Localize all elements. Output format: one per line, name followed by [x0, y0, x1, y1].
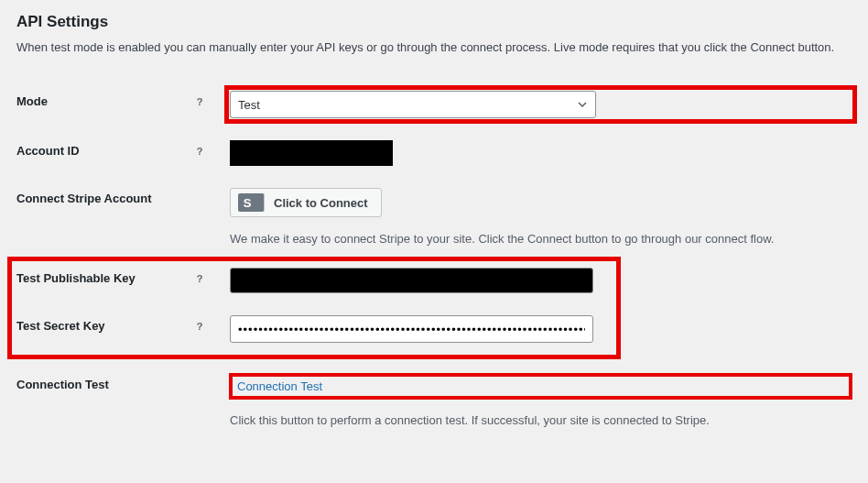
help-icon[interactable]: ? [193, 320, 206, 333]
connect-stripe-button-label: Click to Connect [274, 196, 368, 210]
connection-test-description: Click this button to perform a connectio… [230, 413, 852, 427]
account-id-row: Account ID ? [16, 129, 852, 177]
account-id-value-redacted [230, 140, 393, 166]
test-secret-key-label: Test Secret Key [16, 319, 193, 333]
help-icon[interactable]: ? [193, 95, 206, 108]
test-secret-key-row: Test Secret Key ? [16, 304, 852, 354]
page-heading: API Settings [16, 13, 852, 31]
account-id-label: Account ID [16, 144, 193, 158]
page-description: When test mode is enabled you can manual… [16, 40, 852, 54]
connect-stripe-label: Connect Stripe Account [16, 192, 213, 205]
stripe-icon: S [238, 193, 265, 212]
highlight-annotation [229, 373, 852, 400]
connection-test-label: Connection Test [16, 378, 213, 391]
test-secret-key-input[interactable] [230, 315, 593, 343]
connect-stripe-row: Connect Stripe Account S Click to Connec… [16, 177, 852, 257]
test-publishable-key-label: Test Publishable Key [16, 271, 193, 285]
connection-test-button[interactable]: Connection Test [237, 379, 322, 393]
help-icon[interactable]: ? [193, 272, 206, 285]
mode-row: Mode ? Test [16, 80, 852, 129]
help-icon[interactable]: ? [193, 145, 206, 158]
test-publishable-key-input-redacted[interactable] [230, 268, 593, 293]
connect-stripe-description: We make it easy to connect Stripe to you… [230, 232, 852, 246]
mode-label: Mode [16, 94, 193, 108]
connection-test-row: Connection Test Connection Test Click th… [16, 363, 852, 438]
test-publishable-key-row: Test Publishable Key ? [16, 257, 852, 304]
connect-stripe-button[interactable]: S Click to Connect [230, 188, 382, 217]
mode-select[interactable]: Test [230, 91, 596, 118]
